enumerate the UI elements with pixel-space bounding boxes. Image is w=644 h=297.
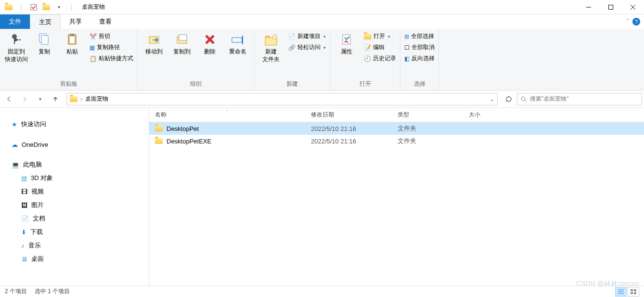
back-button[interactable]: [2, 92, 16, 106]
sort-arrow-icon: ˄: [226, 109, 229, 114]
svg-line-25: [525, 100, 527, 102]
qat-separator-2: |: [65, 1, 77, 13]
selectall-button[interactable]: ⊞全部选择: [403, 32, 436, 41]
rename-button[interactable]: 重命名: [224, 31, 251, 56]
group-label-open: 打开: [333, 78, 397, 90]
nav-desktop[interactable]: 🖥桌面: [8, 252, 149, 266]
copyto-button[interactable]: 复制到: [168, 31, 195, 56]
nav-documents[interactable]: 📄文档: [8, 212, 149, 225]
group-new: ✦新建 文件夹 📄新建项目▾ 🔗轻松访问▾ 新建: [255, 29, 330, 90]
nav-music[interactable]: ♪音乐: [8, 239, 149, 252]
group-label-select: 选择: [403, 78, 436, 90]
nav-onedrive[interactable]: ☁OneDrive: [8, 138, 149, 151]
refresh-button[interactable]: [502, 93, 516, 105]
open-button[interactable]: 打开▾: [363, 32, 397, 41]
qat-dropdown[interactable]: ▾: [53, 1, 64, 13]
breadcrumb-current[interactable]: 桌面宠物: [82, 95, 111, 103]
col-name[interactable]: 名称˄: [149, 111, 305, 119]
selectnone-button[interactable]: ☐全部取消: [403, 43, 436, 52]
copy-button[interactable]: 复制: [31, 31, 58, 56]
status-selected: 选中 1 个项目: [35, 287, 70, 296]
nav-pictures[interactable]: 🖼图片: [8, 198, 149, 212]
qat-folder-icon: [3, 1, 14, 13]
group-label-new: 新建: [258, 78, 327, 90]
nav-quickaccess[interactable]: ★快速访问: [8, 117, 149, 131]
newitem-button[interactable]: 📄新建项目▾: [287, 32, 327, 41]
col-size[interactable]: 大小: [463, 111, 521, 119]
up-button[interactable]: [48, 92, 63, 106]
tab-view[interactable]: 查看: [90, 14, 120, 29]
copypath-button[interactable]: ▦复制路径: [89, 43, 134, 52]
file-date: 2022/5/10 21:16: [305, 138, 392, 145]
minimize-button[interactable]: [578, 0, 600, 14]
pin-button[interactable]: 固定到 快速访问: [3, 31, 30, 63]
svg-text:✦: ✦: [273, 35, 277, 39]
pasteshortcut-button[interactable]: 📋粘贴快捷方式: [89, 54, 134, 63]
tab-file[interactable]: 文件: [0, 14, 30, 29]
svg-rect-11: [70, 37, 75, 43]
invertselect-button[interactable]: ◧反向选择: [403, 54, 436, 63]
column-headers[interactable]: 名称˄ 修改日期 类型 大小: [149, 108, 644, 122]
file-date: 2022/5/10 21:16: [305, 125, 392, 132]
search-box[interactable]: 搜索"桌面宠物": [517, 93, 642, 105]
properties-button[interactable]: 属性: [333, 31, 360, 56]
file-name: DesktopPetEXE: [167, 138, 211, 145]
col-date[interactable]: 修改日期: [305, 111, 392, 119]
file-row[interactable]: DesktopPetEXE2022/5/10 21:16文件夹: [149, 135, 644, 147]
qat-separator: |: [15, 1, 27, 13]
group-clipboard: 固定到 快速访问 复制 粘贴 ✂️剪切 ▦复制路径 📋粘贴快捷方式 剪贴板: [0, 29, 138, 90]
svg-rect-31: [631, 292, 633, 294]
group-organize: 移动到 复制到 删除 重命名 组织: [138, 29, 255, 90]
file-type: 文件夹: [392, 137, 463, 145]
svg-rect-30: [634, 289, 636, 291]
tab-share[interactable]: 共享: [61, 14, 90, 29]
svg-rect-2: [609, 5, 613, 9]
file-list: 名称˄ 修改日期 类型 大小 DesktopPet2022/5/10 21:16…: [149, 108, 644, 286]
titlebar: | ▾ | 桌面宠物: [0, 0, 644, 14]
qat-checkbox[interactable]: [28, 1, 39, 13]
view-details-button[interactable]: [615, 287, 627, 297]
svg-rect-20: [265, 36, 270, 38]
navigation-pane: ★快速访问 ☁OneDrive 💻此电脑 ▧3D 对象 🎞视频 🖼图片 📄文档 …: [0, 108, 149, 286]
search-placeholder: 搜索"桌面宠物": [530, 95, 569, 103]
svg-rect-14: [179, 35, 187, 40]
edit-button[interactable]: 📝编辑: [363, 43, 397, 52]
svg-rect-8: [41, 36, 48, 44]
moveto-button[interactable]: 移动到: [141, 31, 167, 56]
nav-3dobjects[interactable]: ▧3D 对象: [8, 171, 149, 185]
nav-thispc[interactable]: 💻此电脑: [8, 158, 149, 171]
forward-button[interactable]: [17, 92, 32, 106]
newfolder-button[interactable]: ✦新建 文件夹: [258, 31, 284, 63]
history-button[interactable]: 🕘历史记录: [363, 54, 397, 63]
main: ★快速访问 ☁OneDrive 💻此电脑 ▧3D 对象 🎞视频 🖼图片 📄文档 …: [0, 108, 644, 286]
col-type[interactable]: 类型: [392, 111, 463, 119]
recent-dropdown[interactable]: ▾: [33, 92, 47, 106]
file-row[interactable]: DesktopPet2022/5/10 21:16文件夹: [149, 122, 644, 135]
address-folder-icon: [70, 96, 77, 102]
collapse-ribbon-icon[interactable]: ˆ: [627, 18, 629, 25]
view-icons-button[interactable]: [628, 287, 639, 297]
delete-button[interactable]: 删除: [196, 31, 223, 56]
folder-icon: [155, 126, 163, 131]
svg-point-5: [12, 34, 17, 39]
cut-button[interactable]: ✂️剪切: [89, 32, 134, 41]
tab-home[interactable]: 主页: [30, 14, 61, 29]
easyaccess-button[interactable]: 🔗轻松访问▾: [287, 43, 327, 52]
address-dropdown[interactable]: ⌄: [487, 96, 497, 103]
paste-button[interactable]: 粘贴: [59, 31, 86, 56]
address-bar[interactable]: › 桌面宠物 ⌄: [66, 93, 498, 105]
file-name: DesktopPet: [167, 125, 199, 132]
file-type: 文件夹: [392, 124, 463, 133]
group-open: 属性 打开▾ 📝编辑 🕘历史记录 打开: [330, 29, 400, 90]
svg-rect-29: [631, 289, 633, 291]
nav-downloads[interactable]: ⬇下载: [8, 225, 149, 239]
svg-rect-10: [70, 34, 74, 36]
nav-videos[interactable]: 🎞视频: [8, 185, 149, 198]
window-title: 桌面宠物: [77, 3, 105, 11]
maximize-button[interactable]: [600, 0, 622, 14]
folder-icon: [155, 138, 163, 144]
svg-rect-32: [634, 292, 636, 294]
close-button[interactable]: [622, 0, 644, 14]
ribbon-tabs: 文件 主页 共享 查看 ˆ ?: [0, 14, 644, 29]
help-icon[interactable]: ?: [632, 18, 640, 26]
